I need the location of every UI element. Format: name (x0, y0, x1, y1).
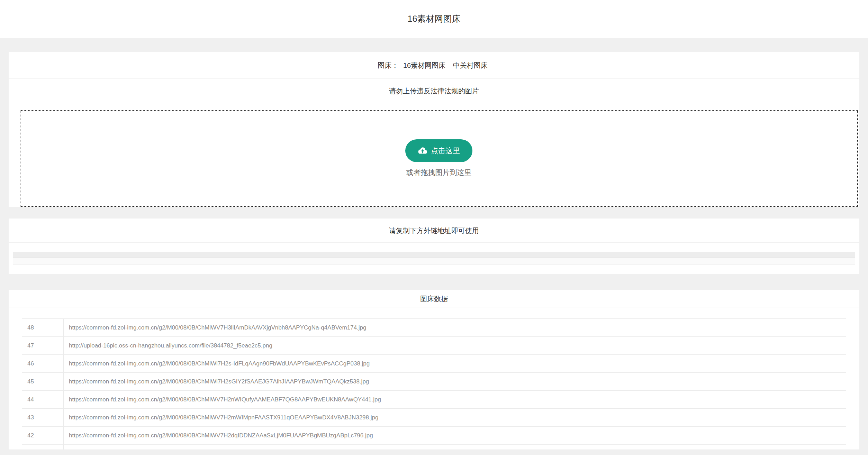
row-id: 48 (22, 319, 64, 336)
row-id: 45 (22, 373, 64, 390)
table-row: 43 https://common-fd.zol-img.com.cn/g2/M… (22, 409, 846, 427)
row-url[interactable]: https://common-fd.zol-img.com.cn/g2/M00/… (64, 396, 381, 403)
upload-button[interactable]: 点击这里 (405, 139, 472, 162)
source-tab-16sucai[interactable]: 16素材网图床 (403, 62, 445, 69)
row-url[interactable]: https://common-fd.zol-img.com.cn/g2/M00/… (64, 414, 378, 421)
cloud-upload-icon (418, 147, 427, 155)
table-row: 45 https://common-fd.zol-img.com.cn/g2/M… (22, 373, 846, 391)
data-heading-row: 图床数据 (9, 290, 859, 307)
row-id: 42 (22, 427, 64, 444)
table-row: 46 https://common-fd.zol-img.com.cn/g2/M… (22, 355, 846, 373)
table-row: 48 https://common-fd.zol-img.com.cn/g2/M… (22, 319, 846, 337)
links-heading-row: 请复制下方外链地址即可使用 (9, 219, 859, 243)
upload-dropzone[interactable]: 点击这里 或者拖拽图片到这里 (20, 110, 858, 207)
links-body (9, 243, 859, 274)
upload-button-label: 点击这里 (431, 146, 460, 156)
table-row: 44 https://common-fd.zol-img.com.cn/g2/M… (22, 391, 846, 409)
link-output-bar-2 (13, 258, 855, 265)
row-id (22, 445, 64, 449)
sources-label: 图床： (378, 62, 398, 69)
row-url[interactable]: https://common-fd.zol-img.com.cn/g2/M00/… (64, 378, 369, 385)
upload-warning-text: 请勿上传违反法律法规的图片 (389, 87, 479, 95)
page-title: 16素材网图床 (400, 13, 468, 25)
link-output-bar-1 (13, 252, 855, 258)
source-tab-zhongguancun[interactable]: 中关村图床 (453, 62, 488, 69)
data-heading-text: 图床数据 (420, 295, 448, 303)
row-id: 47 (22, 337, 64, 354)
table-row-partial (22, 445, 846, 449)
table-row: 42 https://common-fd.zol-img.com.cn/g2/M… (22, 427, 846, 445)
image-url-table: 48 https://common-fd.zol-img.com.cn/g2/M… (22, 318, 846, 449)
row-url[interactable]: https://common-fd.zol-img.com.cn/g2/M00/… (64, 432, 373, 439)
row-id: 44 (22, 391, 64, 408)
row-id: 43 (22, 409, 64, 426)
row-url[interactable]: https://common-fd.zol-img.com.cn/g2/M00/… (64, 324, 367, 331)
image-bed-sources-row: 图床： 16素材网图床 中关村图床 (9, 52, 859, 79)
page-header: 16素材网图床 (0, 0, 868, 38)
drag-hint-text: 或者拖拽图片到这里 (406, 168, 472, 177)
links-heading-text: 请复制下方外链地址即可使用 (389, 227, 479, 234)
upload-warning-row: 请勿上传违反法律法规的图片 (9, 79, 859, 103)
upload-card: 图床： 16素材网图床 中关村图床 请勿上传违反法律法规的图片 点击这 (9, 52, 859, 207)
external-links-card: 请复制下方外链地址即可使用 (9, 219, 859, 274)
row-url[interactable]: http://upload-16pic.oss-cn-hangzhou.aliy… (64, 342, 272, 349)
row-id: 46 (22, 355, 64, 372)
row-url[interactable]: https://common-fd.zol-img.com.cn/g2/M00/… (64, 360, 370, 367)
table-row: 47 http://upload-16pic.oss-cn-hangzhou.a… (22, 337, 846, 355)
image-bed-data-card: 图床数据 48 https://common-fd.zol-img.com.cn… (9, 290, 859, 449)
